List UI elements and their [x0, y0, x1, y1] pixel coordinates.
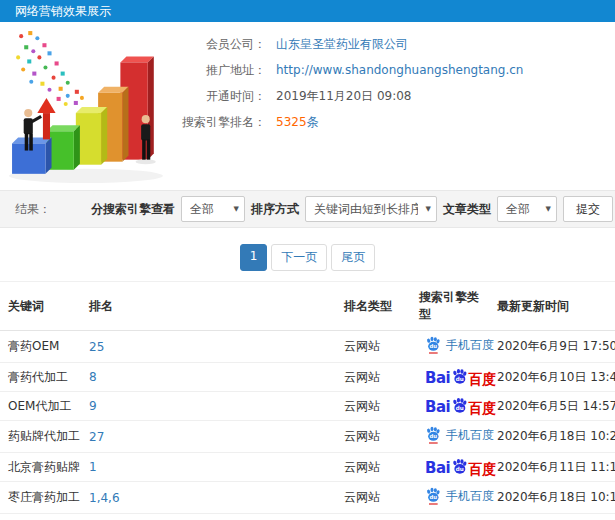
article-type-select[interactable]: 全部: [497, 196, 557, 222]
keyword-text: 枣庄膏药加工: [8, 490, 80, 504]
baidu-paw-icon: du: [451, 397, 467, 415]
info-fields: 会员公司： 山东皇圣堂药业有限公司 推广地址： http://www.shand…: [178, 22, 615, 190]
svg-text:du: du: [430, 494, 438, 500]
rank-link[interactable]: 25: [89, 340, 104, 354]
svg-text:du: du: [456, 466, 464, 472]
rank-count-label: 搜索引擎排名：: [178, 114, 266, 131]
keyword-text: 北京膏药贴牌: [8, 460, 80, 474]
results-table: 关键词 排名 排名类型 搜索引擎类型 最新更新时间 膏药OEM 25 云网站 d…: [0, 281, 615, 520]
mobile-baidu-label: 手机百度: [446, 488, 494, 505]
open-time-value: 2019年11月20日 09:08: [276, 88, 411, 105]
rank-count-suffix: 条: [307, 115, 319, 129]
svg-text:du: du: [456, 376, 464, 382]
open-time-row: 开通时间： 2019年11月20日 09:08: [178, 83, 615, 109]
svg-text:du: du: [430, 433, 438, 439]
sort-filter-wrap: 关键词由短到长排序: [305, 196, 437, 222]
rank-count-value[interactable]: 5325条: [276, 114, 319, 131]
rank-link[interactable]: 1,4,6: [89, 491, 120, 505]
header-rank: 排名: [85, 282, 340, 331]
table-row: 北京膏药贴牌 1 云网站 Bai du 百度 2: [0, 453, 615, 482]
table-row: 膏药OEM 25 云网站 du 手机百度: [0, 331, 615, 363]
pagination: 1 下一页 尾页: [0, 244, 615, 271]
baidu-logo-bai: Bai: [425, 461, 450, 476]
updated-text: 2020年6月18日 10:25: [497, 429, 615, 443]
result-label: 结果：: [15, 201, 51, 218]
window-titlebar: 网络营销效果展示: [0, 0, 615, 22]
engine-filter-select[interactable]: 全部: [181, 196, 245, 222]
promo-url-link[interactable]: http://www.shandonghuangshengtang.cn: [276, 63, 523, 77]
article-type-label: 文章类型: [443, 201, 491, 218]
last-page-button[interactable]: 尾页: [331, 244, 375, 271]
submit-button[interactable]: 提交: [563, 196, 613, 222]
table-header-row: 关键词 排名 排名类型 搜索引擎类型 最新更新时间: [0, 282, 615, 331]
keyword-text: OEM代加工: [8, 399, 71, 413]
table-row: OEM代加工 9 云网站 Bai du 百度 2: [0, 392, 615, 421]
page-1-button[interactable]: 1: [240, 244, 268, 271]
results-table-body: 膏药OEM 25 云网站 du 手机百度: [0, 331, 615, 520]
engine-baidu-logo: Bai du 百度: [425, 397, 496, 415]
keyword-text: 药贴牌代加工: [8, 429, 80, 443]
engine-filter-label: 分搜索引擎查看: [91, 201, 175, 218]
sort-filter-select[interactable]: 关键词由短到长排序: [305, 196, 437, 222]
keyword-text: 膏药OEM: [8, 339, 59, 353]
rank-link[interactable]: 9: [89, 399, 97, 413]
engine-mobile-baidu: du 手机百度: [425, 336, 494, 354]
engine-baidu-logo: Bai du 百度: [425, 368, 496, 386]
engine-mobile-baidu: du 手机百度: [425, 426, 494, 444]
keyword-text: 膏药代加工: [8, 370, 68, 384]
engine-mobile-baidu: du 手机百度: [425, 487, 494, 505]
confetti-dots: [16, 31, 84, 106]
promo-url-row: 推广地址： http://www.shandonghuangshengtang.…: [178, 57, 615, 83]
engine-filter-wrap: 全部: [181, 196, 245, 222]
updated-text: 2020年6月10日 13:40: [497, 370, 615, 384]
company-label: 会员公司：: [178, 36, 266, 53]
baidu-logo-bai: Bai: [425, 371, 450, 386]
header-rank-type: 排名类型: [340, 282, 415, 331]
next-page-button[interactable]: 下一页: [271, 244, 327, 271]
header-updated: 最新更新时间: [493, 282, 615, 331]
rank-link[interactable]: 1: [89, 460, 97, 474]
table-row: 医疗器械厂家 4 云网站 Bai du 百度 2: [0, 514, 615, 520]
table-row: 药贴牌代加工 27 云网站 du 手机百度: [0, 421, 615, 453]
mobile-baidu-paw-icon: du: [425, 336, 441, 354]
open-time-label: 开通时间：: [178, 88, 266, 105]
baidu-logo-cn: 百度: [468, 372, 496, 386]
company-row: 会员公司： 山东皇圣堂药业有限公司: [178, 31, 615, 57]
table-row: 膏药代加工 8 云网站 Bai du 百度 20: [0, 363, 615, 392]
filter-bar: 结果： 分搜索引擎查看 全部 排序方式 关键词由短到长排序 文章类型 全部 提交: [0, 190, 615, 228]
promo-url-label: 推广地址：: [178, 62, 266, 79]
info-section: 会员公司： 山东皇圣堂药业有限公司 推广地址： http://www.shand…: [0, 22, 615, 190]
header-keyword: 关键词: [0, 282, 85, 331]
mobile-baidu-paw-icon: du: [425, 426, 441, 444]
mobile-baidu-label: 手机百度: [446, 427, 494, 444]
baidu-logo-cn: 百度: [468, 462, 496, 476]
rank-type-text: 云网站: [344, 490, 380, 504]
header-engine-type: 搜索引擎类型: [415, 282, 493, 331]
mobile-baidu-label: 手机百度: [446, 337, 494, 354]
rank-type-text: 云网站: [344, 370, 380, 384]
rank-type-text: 云网站: [344, 399, 380, 413]
rank-link[interactable]: 27: [89, 430, 104, 444]
updated-text: 2020年6月5日 14:57: [497, 399, 615, 413]
table-row: 枣庄膏药加工 1,4,6 云网站 du 手机百度: [0, 482, 615, 514]
svg-text:du: du: [456, 405, 464, 411]
baidu-paw-icon: du: [451, 458, 467, 476]
mobile-baidu-paw-icon: du: [425, 487, 441, 505]
rank-type-text: 云网站: [344, 460, 380, 474]
svg-text:du: du: [430, 343, 438, 349]
company-link[interactable]: 山东皇圣堂药业有限公司: [276, 36, 408, 53]
baidu-paw-icon: du: [451, 368, 467, 386]
engine-baidu-logo: Bai du 百度: [425, 458, 496, 476]
rank-count-row: 搜索引擎排名： 5325条: [178, 109, 615, 135]
page-title: 网络营销效果展示: [15, 4, 111, 18]
rank-type-text: 云网站: [344, 339, 380, 353]
baidu-logo-cn: 百度: [468, 401, 496, 415]
rank-link[interactable]: 8: [89, 370, 97, 384]
updated-text: 2020年6月18日 10:19: [497, 490, 615, 504]
rank-type-text: 云网站: [344, 429, 380, 443]
rank-count-number: 5325: [276, 115, 307, 129]
updated-text: 2020年6月9日 17:50: [497, 339, 615, 353]
baidu-logo-bai: Bai: [425, 400, 450, 415]
marketing-growth-illustration: [0, 26, 178, 188]
updated-text: 2020年6月11日 11:18: [497, 460, 615, 474]
